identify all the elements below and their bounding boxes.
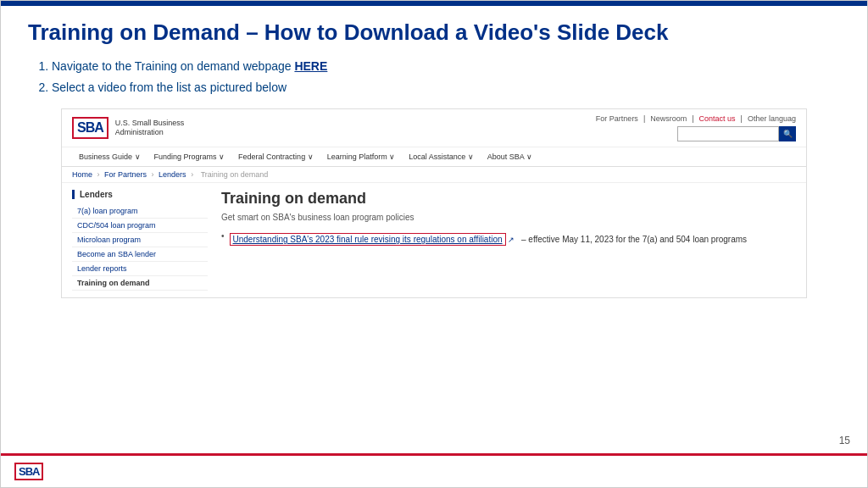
nav-business-guide[interactable]: Business Guide ∨	[72, 147, 147, 166]
instruction-item-1: Navigate to the Training on demand webpa…	[52, 58, 840, 75]
sidebar-item-cdc504[interactable]: CDC/504 loan program	[72, 219, 208, 233]
sidebar-item-7a[interactable]: 7(a) loan program	[72, 204, 208, 219]
sba-header-links: For Partners | Newsroom | Contact us | O…	[596, 114, 796, 123]
sba-link-item: • Understanding SBA's 2023 final rule re…	[221, 230, 796, 246]
search-button[interactable]: 🔍	[779, 126, 796, 141]
sidebar-item-become-lender[interactable]: Become an SBA lender	[72, 247, 208, 262]
sba-logo-subtext: U.S. Small Business Administration	[115, 119, 185, 138]
instructions-list: Navigate to the Training on demand webpa…	[28, 58, 840, 97]
search-input[interactable]	[677, 126, 779, 141]
main-content: Training on Demand – How to Download a V…	[1, 6, 867, 298]
for-partners-link[interactable]: For Partners	[596, 114, 638, 123]
nav-local-assistance[interactable]: Local Assistance ∨	[402, 147, 481, 166]
sba-breadcrumb: Home › For Partners › Lenders › Training…	[62, 167, 806, 183]
breadcrumb-current: Training on demand	[201, 170, 269, 179]
language-link[interactable]: Other languag	[748, 114, 796, 123]
instruction-1-text: Navigate to the Training on demand webpa…	[52, 59, 294, 73]
sba-nav: Business Guide ∨ Funding Programs ∨ Fede…	[62, 147, 806, 167]
breadcrumb-lenders[interactable]: Lenders	[159, 170, 186, 179]
slide-title: Training on Demand – How to Download a V…	[28, 19, 840, 46]
here-link[interactable]: HERE	[294, 59, 327, 73]
slide-container: Training on Demand – How to Download a V…	[0, 0, 868, 488]
sidebar-list: 7(a) loan program CDC/504 loan program M…	[72, 204, 208, 291]
sba-page-title: Training on demand	[221, 190, 796, 208]
website-mockup: SBA U.S. Small Business Administration F…	[61, 108, 807, 298]
page-number: 15	[839, 435, 850, 446]
newsroom-link[interactable]: Newsroom	[650, 114, 687, 123]
sba-sidebar: Lenders 7(a) loan program CDC/504 loan p…	[72, 190, 208, 291]
external-link-icon: ↗	[508, 236, 515, 244]
nav-federal-contracting[interactable]: Federal Contracting ∨	[231, 147, 320, 166]
footer-logo-box: SBA	[14, 463, 43, 480]
sba-logo-area: SBA U.S. Small Business Administration	[72, 117, 184, 139]
affiliation-link[interactable]: Understanding SBA's 2023 final rule revi…	[230, 233, 506, 246]
contact-link[interactable]: Contact us	[699, 114, 736, 123]
link-suffix: – effective May 11, 2023 for the 7(a) an…	[521, 235, 747, 244]
sba-main-content: Training on demand Get smart on SBA's bu…	[221, 190, 796, 291]
nav-learning-platform[interactable]: Learning Platform ∨	[320, 147, 403, 166]
nav-about-sba[interactable]: About SBA ∨	[481, 147, 539, 166]
sidebar-item-training[interactable]: Training on demand	[72, 276, 208, 291]
link-content: Understanding SBA's 2023 final rule revi…	[230, 230, 748, 246]
breadcrumb-home[interactable]: Home	[72, 170, 92, 179]
sidebar-title: Lenders	[72, 190, 208, 199]
link-with-box: Understanding SBA's 2023 final rule revi…	[230, 233, 515, 246]
link-bullet: •	[221, 231, 225, 241]
sidebar-item-lender-reports[interactable]: Lender reports	[72, 262, 208, 276]
sba-search: 🔍	[677, 126, 796, 141]
bottom-footer: SBA	[1, 453, 867, 487]
sba-header-right: For Partners | Newsroom | Contact us | O…	[596, 114, 796, 141]
sba-logo: SBA	[72, 117, 108, 139]
sba-header: SBA U.S. Small Business Administration F…	[62, 109, 806, 147]
nav-funding-programs[interactable]: Funding Programs ∨	[147, 147, 232, 166]
instruction-item-2: Select a video from the list as pictured…	[52, 79, 840, 97]
footer-sba-logo: SBA	[14, 463, 43, 480]
breadcrumb-for-partners[interactable]: For Partners	[104, 170, 147, 179]
sidebar-item-microloan[interactable]: Microloan program	[72, 233, 208, 247]
sba-content: Lenders 7(a) loan program CDC/504 loan p…	[62, 183, 806, 297]
sba-page-subtitle: Get smart on SBA's business loan program…	[221, 213, 796, 222]
